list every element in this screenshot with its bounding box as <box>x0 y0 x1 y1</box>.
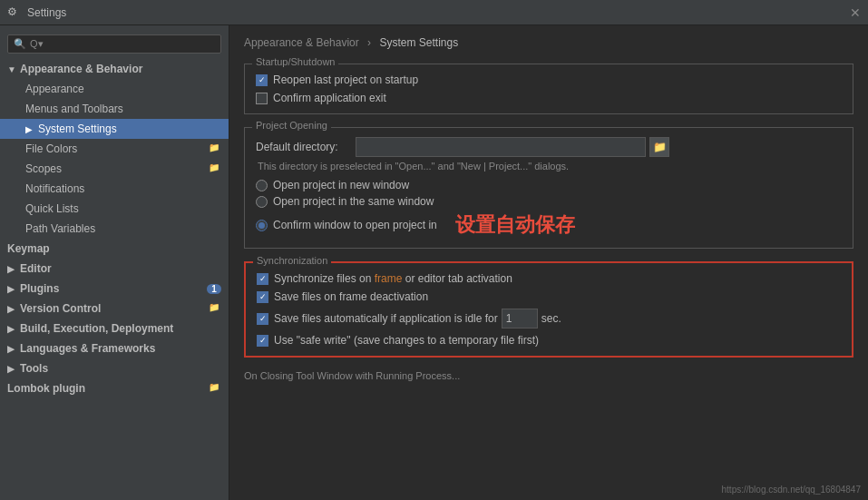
sync-frame-checkbox[interactable] <box>257 273 268 285</box>
synchronization-section: Synchronization Synchronize files on fra… <box>244 261 853 358</box>
main-container: 🔍 Q▾ ▼ Appearance & Behavior Appearance … <box>0 25 868 500</box>
confirm-exit-label: Confirm application exit <box>273 92 386 104</box>
synchronization-label: Synchronization <box>253 255 331 266</box>
chevron-right-icon: ▶ <box>25 124 34 134</box>
default-dir-label: Default directory: <box>256 141 356 153</box>
confirm-window-label: Confirm window to open project in <box>273 219 437 231</box>
sidebar-item-appearance[interactable]: Appearance <box>0 79 229 99</box>
safe-write-checkbox[interactable] <box>257 335 268 347</box>
confirm-exit-row: Confirm application exit <box>256 92 842 104</box>
chevron-right-icon: ▶ <box>7 324 16 334</box>
safe-write-row: Use "safe write" (save changes to a temp… <box>257 334 841 347</box>
sidebar-item-plugins[interactable]: ▶ Plugins 1 <box>0 279 229 299</box>
save-deactivation-row: Save files on frame deactivation <box>257 290 841 303</box>
plugins-badge: 1 <box>207 284 221 294</box>
save-deactivation-label: Save files on frame deactivation <box>274 290 428 303</box>
open-new-window-row: Open project in new window <box>256 179 842 191</box>
chevron-right-icon: ▶ <box>7 284 16 294</box>
breadcrumb: Appearance & Behavior › System Settings <box>244 36 853 49</box>
startup-section: Startup/Shutdown Reopen last project on … <box>244 64 853 114</box>
default-dir-input[interactable] <box>356 137 646 157</box>
sidebar-item-path-variables[interactable]: Path Variables <box>0 219 229 239</box>
save-idle-checkbox[interactable] <box>257 313 268 325</box>
save-idle-input[interactable] <box>502 309 538 328</box>
sidebar-item-tools[interactable]: ▶ Tools <box>0 358 229 378</box>
open-same-window-radio[interactable] <box>256 196 268 208</box>
sidebar-item-lombok[interactable]: Lombok plugin 📁 <box>0 378 229 398</box>
frame-highlight: frame <box>375 272 403 285</box>
open-new-window-radio[interactable] <box>256 180 268 191</box>
sidebar-item-file-colors[interactable]: File Colors 📁 <box>0 139 229 159</box>
sidebar-item-editor[interactable]: ▶ Editor <box>0 259 229 279</box>
project-opening-label: Project Opening <box>252 120 331 131</box>
folder-browse-button[interactable]: 📁 <box>649 137 669 157</box>
folder-icon: 📁 <box>209 142 221 155</box>
breadcrumb-current: System Settings <box>379 36 458 49</box>
chevron-right-icon: ▶ <box>7 364 16 374</box>
open-new-window-label: Open project in new window <box>273 179 409 191</box>
sidebar-item-languages-frameworks[interactable]: ▶ Languages & Frameworks <box>0 338 229 358</box>
sidebar-item-version-control[interactable]: ▶ Version Control 📁 <box>0 299 229 319</box>
reopen-row: Reopen last project on startup <box>256 74 842 86</box>
save-idle-suffix: sec. <box>541 312 561 325</box>
open-same-window-row: Open project in the same window <box>256 195 842 208</box>
startup-label: Startup/Shutdown <box>252 56 338 67</box>
breadcrumb-parent: Appearance & Behavior <box>244 36 359 49</box>
chevron-down-icon: ▼ <box>7 64 16 74</box>
chevron-right-icon: ▶ <box>7 344 16 354</box>
sidebar-item-scopes[interactable]: Scopes 📁 <box>0 159 229 179</box>
close-icon[interactable]: ✕ <box>850 5 861 20</box>
sidebar: 🔍 Q▾ ▼ Appearance & Behavior Appearance … <box>0 25 229 500</box>
sidebar-item-keymap[interactable]: Keymap <box>0 239 229 259</box>
breadcrumb-separator: › <box>367 36 374 49</box>
sync-frame-label: Synchronize files on frame or editor tab… <box>274 272 512 285</box>
watermark: https://blog.csdn.net/qq_16804847 <box>722 485 861 495</box>
confirm-window-row: Confirm window to open project in 设置自动保存 <box>256 211 842 239</box>
safe-write-label: Use "safe write" (save changes to a temp… <box>274 334 539 347</box>
save-idle-label: Save files automatically if application … <box>274 312 498 325</box>
project-opening-section: Project Opening Default directory: 📁 Thi… <box>244 127 853 249</box>
sidebar-item-system-settings[interactable]: ▶ System Settings <box>0 119 229 139</box>
sidebar-item-notifications[interactable]: Notifications <box>0 179 229 199</box>
default-dir-row: Default directory: 📁 <box>256 137 842 157</box>
chevron-right-icon: ▶ <box>7 304 16 314</box>
title-bar-icon: ⚙ <box>7 5 22 20</box>
sidebar-item-appearance-behavior[interactable]: ▼ Appearance & Behavior <box>0 59 229 79</box>
sidebar-item-build-execution[interactable]: ▶ Build, Execution, Deployment <box>0 319 229 338</box>
search-box[interactable]: 🔍 Q▾ <box>7 34 221 54</box>
save-idle-row: Save files automatically if application … <box>257 309 841 328</box>
sidebar-item-menus-toolbars[interactable]: Menus and Toolbars <box>0 99 229 119</box>
save-deactivation-checkbox[interactable] <box>257 291 268 303</box>
sync-frame-row: Synchronize files on frame or editor tab… <box>257 272 841 285</box>
closing-label: On Closing Tool Window with Running Proc… <box>244 370 853 381</box>
content-area: Appearance & Behavior › System Settings … <box>229 25 868 500</box>
reopen-checkbox[interactable] <box>256 74 268 86</box>
chevron-right-icon: ▶ <box>7 264 16 274</box>
folder-icon: 📁 <box>209 302 221 315</box>
reopen-label: Reopen last project on startup <box>273 74 418 86</box>
annotation-text: 设置自动保存 <box>455 211 575 239</box>
confirm-exit-checkbox[interactable] <box>256 93 268 104</box>
sidebar-item-quick-lists[interactable]: Quick Lists <box>0 199 229 219</box>
title-bar: ⚙ Settings ✕ <box>0 0 868 25</box>
hint-text: This directory is preselected in "Open..… <box>256 161 842 172</box>
search-icon: 🔍 <box>14 38 26 50</box>
folder-icon: 📁 <box>209 382 221 395</box>
title-bar-title: Settings <box>27 6 66 19</box>
confirm-window-radio[interactable] <box>256 220 268 231</box>
open-same-window-label: Open project in the same window <box>273 195 434 208</box>
folder-icon: 📁 <box>209 162 221 175</box>
